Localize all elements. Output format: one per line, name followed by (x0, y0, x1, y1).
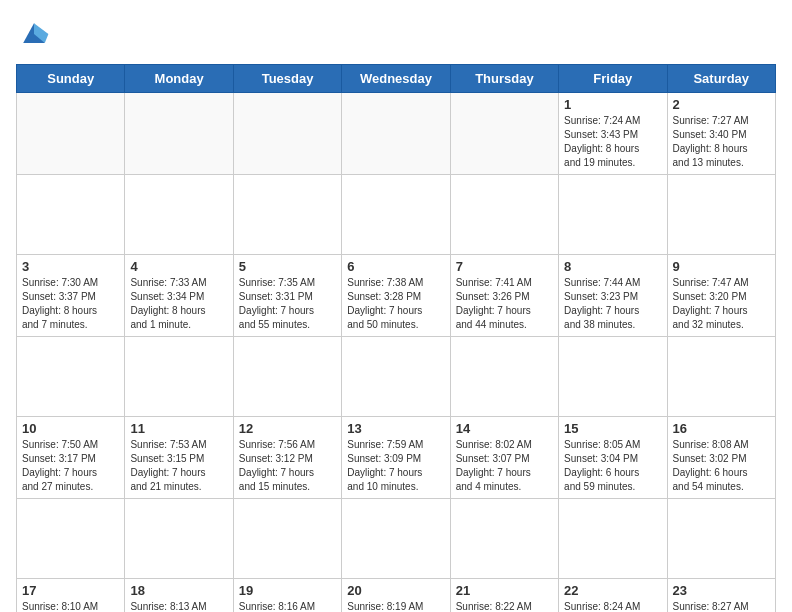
calendar-cell: 1Sunrise: 7:24 AM Sunset: 3:43 PM Daylig… (559, 93, 667, 175)
day-info: Sunrise: 7:44 AM Sunset: 3:23 PM Dayligh… (564, 276, 661, 332)
page-header (16, 16, 776, 52)
day-number: 15 (564, 421, 661, 436)
calendar-cell: 12Sunrise: 7:56 AM Sunset: 3:12 PM Dayli… (233, 417, 341, 499)
logo (16, 16, 56, 52)
calendar-cell (233, 93, 341, 175)
calendar-cell (342, 93, 450, 175)
day-info: Sunrise: 7:24 AM Sunset: 3:43 PM Dayligh… (564, 114, 661, 170)
day-number: 14 (456, 421, 553, 436)
day-number: 20 (347, 583, 444, 598)
day-number: 3 (22, 259, 119, 274)
calendar-cell: 11Sunrise: 7:53 AM Sunset: 3:15 PM Dayli… (125, 417, 233, 499)
day-info: Sunrise: 7:53 AM Sunset: 3:15 PM Dayligh… (130, 438, 227, 494)
calendar-cell: 7Sunrise: 7:41 AM Sunset: 3:26 PM Daylig… (450, 255, 558, 337)
row-separator (17, 337, 776, 417)
day-info: Sunrise: 8:27 AM Sunset: 2:45 PM Dayligh… (673, 600, 770, 612)
calendar-cell (125, 93, 233, 175)
day-info: Sunrise: 7:27 AM Sunset: 3:40 PM Dayligh… (673, 114, 770, 170)
day-info: Sunrise: 7:50 AM Sunset: 3:17 PM Dayligh… (22, 438, 119, 494)
day-info: Sunrise: 7:30 AM Sunset: 3:37 PM Dayligh… (22, 276, 119, 332)
calendar-table: SundayMondayTuesdayWednesdayThursdayFrid… (16, 64, 776, 612)
calendar-cell: 18Sunrise: 8:13 AM Sunset: 2:57 PM Dayli… (125, 579, 233, 613)
day-info: Sunrise: 7:35 AM Sunset: 3:31 PM Dayligh… (239, 276, 336, 332)
day-info: Sunrise: 8:16 AM Sunset: 2:54 PM Dayligh… (239, 600, 336, 612)
calendar-week-row-3: 10Sunrise: 7:50 AM Sunset: 3:17 PM Dayli… (17, 417, 776, 499)
day-number: 7 (456, 259, 553, 274)
weekday-header-saturday: Saturday (667, 65, 775, 93)
day-info: Sunrise: 8:22 AM Sunset: 2:50 PM Dayligh… (456, 600, 553, 612)
calendar-cell: 2Sunrise: 7:27 AM Sunset: 3:40 PM Daylig… (667, 93, 775, 175)
calendar-header-row: SundayMondayTuesdayWednesdayThursdayFrid… (17, 65, 776, 93)
calendar-week-row-1: 1Sunrise: 7:24 AM Sunset: 3:43 PM Daylig… (17, 93, 776, 175)
day-info: Sunrise: 7:47 AM Sunset: 3:20 PM Dayligh… (673, 276, 770, 332)
weekday-header-tuesday: Tuesday (233, 65, 341, 93)
day-number: 23 (673, 583, 770, 598)
calendar-cell: 15Sunrise: 8:05 AM Sunset: 3:04 PM Dayli… (559, 417, 667, 499)
calendar-cell: 21Sunrise: 8:22 AM Sunset: 2:50 PM Dayli… (450, 579, 558, 613)
calendar-cell (17, 93, 125, 175)
day-number: 2 (673, 97, 770, 112)
weekday-header-thursday: Thursday (450, 65, 558, 93)
weekday-header-friday: Friday (559, 65, 667, 93)
day-info: Sunrise: 7:38 AM Sunset: 3:28 PM Dayligh… (347, 276, 444, 332)
day-info: Sunrise: 8:08 AM Sunset: 3:02 PM Dayligh… (673, 438, 770, 494)
day-number: 19 (239, 583, 336, 598)
day-info: Sunrise: 7:41 AM Sunset: 3:26 PM Dayligh… (456, 276, 553, 332)
calendar-cell: 10Sunrise: 7:50 AM Sunset: 3:17 PM Dayli… (17, 417, 125, 499)
row-separator (17, 499, 776, 579)
calendar-cell: 6Sunrise: 7:38 AM Sunset: 3:28 PM Daylig… (342, 255, 450, 337)
day-number: 22 (564, 583, 661, 598)
weekday-header-wednesday: Wednesday (342, 65, 450, 93)
day-number: 18 (130, 583, 227, 598)
calendar-cell: 8Sunrise: 7:44 AM Sunset: 3:23 PM Daylig… (559, 255, 667, 337)
day-info: Sunrise: 8:24 AM Sunset: 2:47 PM Dayligh… (564, 600, 661, 612)
day-number: 12 (239, 421, 336, 436)
calendar-cell: 13Sunrise: 7:59 AM Sunset: 3:09 PM Dayli… (342, 417, 450, 499)
day-info: Sunrise: 8:02 AM Sunset: 3:07 PM Dayligh… (456, 438, 553, 494)
logo-icon (16, 16, 52, 52)
calendar-cell (450, 93, 558, 175)
day-number: 4 (130, 259, 227, 274)
calendar-week-row-2: 3Sunrise: 7:30 AM Sunset: 3:37 PM Daylig… (17, 255, 776, 337)
day-info: Sunrise: 8:13 AM Sunset: 2:57 PM Dayligh… (130, 600, 227, 612)
calendar-cell: 14Sunrise: 8:02 AM Sunset: 3:07 PM Dayli… (450, 417, 558, 499)
calendar-cell: 5Sunrise: 7:35 AM Sunset: 3:31 PM Daylig… (233, 255, 341, 337)
weekday-header-sunday: Sunday (17, 65, 125, 93)
calendar-cell: 23Sunrise: 8:27 AM Sunset: 2:45 PM Dayli… (667, 579, 775, 613)
day-number: 13 (347, 421, 444, 436)
calendar-cell: 20Sunrise: 8:19 AM Sunset: 2:52 PM Dayli… (342, 579, 450, 613)
day-number: 5 (239, 259, 336, 274)
day-info: Sunrise: 7:56 AM Sunset: 3:12 PM Dayligh… (239, 438, 336, 494)
day-number: 21 (456, 583, 553, 598)
calendar-cell: 16Sunrise: 8:08 AM Sunset: 3:02 PM Dayli… (667, 417, 775, 499)
calendar-cell: 22Sunrise: 8:24 AM Sunset: 2:47 PM Dayli… (559, 579, 667, 613)
calendar-cell: 9Sunrise: 7:47 AM Sunset: 3:20 PM Daylig… (667, 255, 775, 337)
day-number: 1 (564, 97, 661, 112)
day-number: 6 (347, 259, 444, 274)
day-info: Sunrise: 8:05 AM Sunset: 3:04 PM Dayligh… (564, 438, 661, 494)
day-number: 8 (564, 259, 661, 274)
day-number: 10 (22, 421, 119, 436)
calendar-cell: 4Sunrise: 7:33 AM Sunset: 3:34 PM Daylig… (125, 255, 233, 337)
calendar-cell: 19Sunrise: 8:16 AM Sunset: 2:54 PM Dayli… (233, 579, 341, 613)
day-number: 16 (673, 421, 770, 436)
day-number: 11 (130, 421, 227, 436)
day-info: Sunrise: 7:59 AM Sunset: 3:09 PM Dayligh… (347, 438, 444, 494)
day-info: Sunrise: 8:10 AM Sunset: 2:59 PM Dayligh… (22, 600, 119, 612)
weekday-header-monday: Monday (125, 65, 233, 93)
row-separator (17, 175, 776, 255)
day-info: Sunrise: 8:19 AM Sunset: 2:52 PM Dayligh… (347, 600, 444, 612)
day-info: Sunrise: 7:33 AM Sunset: 3:34 PM Dayligh… (130, 276, 227, 332)
calendar-cell: 3Sunrise: 7:30 AM Sunset: 3:37 PM Daylig… (17, 255, 125, 337)
day-number: 17 (22, 583, 119, 598)
calendar-week-row-4: 17Sunrise: 8:10 AM Sunset: 2:59 PM Dayli… (17, 579, 776, 613)
calendar-cell: 17Sunrise: 8:10 AM Sunset: 2:59 PM Dayli… (17, 579, 125, 613)
day-number: 9 (673, 259, 770, 274)
